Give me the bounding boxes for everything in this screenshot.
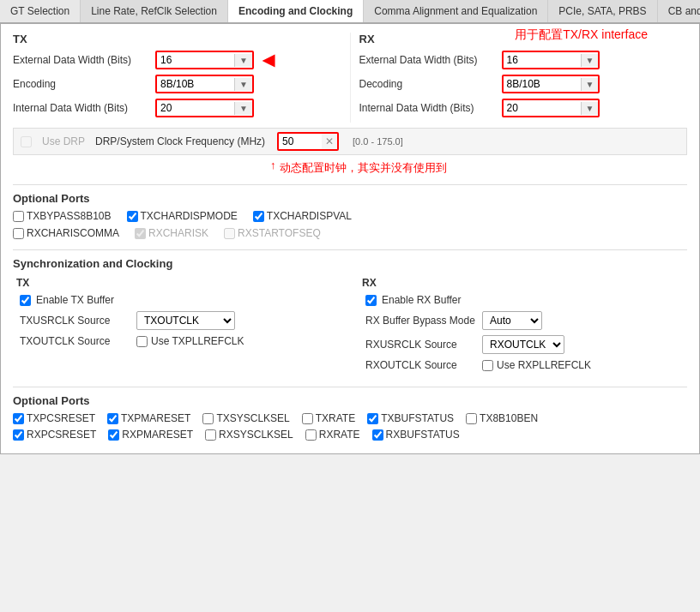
- enable-tx-buffer-checkbox[interactable]: [20, 295, 31, 306]
- tab-encoding-clocking[interactable]: Encoding and Clocking: [228, 0, 364, 24]
- rxrate-item: RXRATE: [305, 429, 360, 441]
- txchardispval-label: TXCHARDISPVAL: [267, 210, 352, 222]
- txbufstatus-label: TXBUFSTATUS: [381, 412, 454, 424]
- rx-ext-data-width-input[interactable]: [504, 52, 581, 68]
- optional-ports-bottom: Optional Ports TXPCSRESET TXPMARESET TXS…: [13, 387, 687, 441]
- txrate-checkbox[interactable]: [302, 413, 313, 424]
- rxcharisk-label: RXCHARISK: [148, 227, 208, 239]
- tx-encoding-input[interactable]: [157, 76, 234, 92]
- sync-clocking-section: Synchronization and Clocking TX Enable T…: [13, 249, 687, 376]
- tx-encoding-arrow[interactable]: ▼: [234, 78, 252, 91]
- drp-freq-input-wrap: ✕: [277, 132, 339, 151]
- tab-comma-alignment[interactable]: Comma Alignment and Equalization: [364, 0, 548, 22]
- optional-ports-top: Optional Ports TXBYPASS8B10B TXCHARDISPM…: [13, 184, 687, 239]
- tx-int-data-width-input[interactable]: [157, 100, 234, 116]
- tx-int-data-width-arrow[interactable]: ▼: [234, 102, 252, 115]
- txbypass8b10b-checkbox[interactable]: [13, 211, 24, 222]
- use-txpllrefclk-checkbox[interactable]: [136, 336, 148, 347]
- txrate-item: TXRATE: [302, 412, 355, 424]
- use-rxpllrefclk-wrap: Use RXPLLREFCLK: [482, 359, 591, 371]
- rxpmareset-label: RXPMARESET: [122, 429, 193, 441]
- txsysclksel-label: TXSYSCLKSEL: [216, 412, 289, 424]
- use-drp-label: Use DRP: [42, 135, 85, 147]
- drp-freq-label: DRP/System Clock Frequency (MHz): [95, 135, 265, 147]
- rx-buffer-bypass-row: RX Buffer Bypass Mode Auto Manual Off: [359, 311, 687, 330]
- rx-label: RX: [359, 33, 688, 45]
- rxchariscomma-checkbox[interactable]: [13, 228, 24, 239]
- rx-int-data-width-input[interactable]: [504, 100, 581, 116]
- txoutclk-source-row: TXOUTCLK Source Use TXPLLREFCLK: [13, 335, 341, 347]
- rxpcsreset-checkbox[interactable]: [13, 429, 24, 441]
- rx-buffer-bypass-select[interactable]: Auto Manual Off: [482, 311, 542, 330]
- txbypass8b10b-item: TXBYPASS8B10B: [13, 210, 112, 222]
- enable-rx-buffer-checkbox[interactable]: [365, 295, 377, 306]
- rxcharisk-checkbox[interactable]: [135, 228, 146, 239]
- use-txpllrefclk-label: Use TXPLLREFCLK: [151, 335, 244, 347]
- tx-section: TX External Data Width (Bits) ▼ ◀ Encodi…: [13, 33, 350, 123]
- rx-int-data-width-arrow[interactable]: ▼: [581, 102, 599, 115]
- optional-ports-bottom-title: Optional Ports: [13, 394, 687, 407]
- rx-section: RX External Data Width (Bits) ▼ Decoding…: [350, 33, 688, 123]
- optional-ports-row1: TXBYPASS8B10B TXCHARDISPMODE TXCHARDISPV…: [13, 210, 687, 222]
- txpcsreset-label: TXPCSRESET: [27, 412, 95, 424]
- tab-line-rate[interactable]: Line Rate, RefClk Selection: [81, 0, 228, 22]
- rx-ext-data-width-arrow[interactable]: ▼: [581, 54, 599, 67]
- txchardispmode-checkbox[interactable]: [127, 211, 138, 222]
- txsysclksel-item: TXSYSCLKSEL: [202, 412, 289, 424]
- rx-decoding-input-wrap: ▼: [502, 75, 600, 93]
- rx-decoding-label: Decoding: [359, 78, 497, 90]
- use-drp-checkbox[interactable]: [21, 136, 32, 147]
- txusrclk-source-select[interactable]: TXOUTCLK RXOUTCLK TXPLLREFCLK: [136, 311, 235, 330]
- rx-decoding-arrow[interactable]: ▼: [581, 78, 599, 91]
- rx-decoding-input[interactable]: [504, 76, 581, 92]
- sync-rx-label: RX: [359, 277, 687, 289]
- txusrclk-source-label: TXUSRCLK Source: [20, 315, 131, 327]
- tx-int-data-width-input-wrap: ▼: [155, 99, 254, 117]
- rxpmareset-checkbox[interactable]: [108, 429, 119, 441]
- tx-ext-data-width-row: External Data Width (Bits) ▼ ◀: [13, 51, 341, 69]
- use-rxpllrefclk-checkbox[interactable]: [482, 360, 493, 371]
- rxrate-checkbox[interactable]: [305, 429, 317, 441]
- txpmareset-item: TXPMARESET: [107, 412, 190, 424]
- drp-freq-input[interactable]: [279, 134, 322, 149]
- enable-rx-buffer-label: Enable RX Buffer: [382, 294, 462, 306]
- use-txpllrefclk-wrap: Use TXPLLREFCLK: [136, 335, 244, 347]
- tx-encoding-label: Encoding: [13, 78, 150, 90]
- tx-label: TX: [13, 33, 341, 45]
- tx-encoding-row: Encoding ▼: [13, 75, 341, 93]
- txbufstatus-checkbox[interactable]: [367, 413, 378, 424]
- rxoutclk-source-label: RXOUTCLK Source: [365, 359, 477, 371]
- txpmareset-checkbox[interactable]: [107, 413, 118, 424]
- rxoutclk-source-row: RXOUTCLK Source Use RXPLLREFCLK: [359, 359, 687, 371]
- rxbufstatus-checkbox[interactable]: [372, 429, 383, 441]
- tx-ext-data-width-label: External Data Width (Bits): [13, 54, 150, 66]
- tab-cb-and[interactable]: CB and: [658, 0, 700, 22]
- rxstartofseq-checkbox[interactable]: [224, 228, 235, 239]
- txusrclk-source-row: TXUSRCLK Source TXOUTCLK RXOUTCLK TXPLLR…: [13, 311, 341, 330]
- tab-gt-selection[interactable]: GT Selection: [0, 0, 81, 22]
- sync-tx-block: TX Enable TX Buffer TXUSRCLK Source TXOU…: [13, 277, 341, 376]
- tx8b10ben-label: TX8B10BEN: [480, 412, 538, 424]
- tx-ext-data-width-arrow[interactable]: ▼: [234, 54, 252, 67]
- opt-bottom-row2: RXPCSRESET RXPMARESET RXSYSCLKSEL RXRATE…: [13, 429, 687, 441]
- sync-tx-rx-row: TX Enable TX Buffer TXUSRCLK Source TXOU…: [13, 277, 687, 376]
- txsysclksel-checkbox[interactable]: [202, 413, 214, 424]
- tx-ext-data-width-input[interactable]: [157, 52, 234, 68]
- drp-row: Use DRP DRP/System Clock Frequency (MHz)…: [13, 128, 687, 155]
- tx8b10ben-checkbox[interactable]: [466, 413, 477, 424]
- rxsysclksel-item: RXSYSCLKSEL: [205, 429, 293, 441]
- drp-clear-button[interactable]: ✕: [322, 134, 337, 149]
- txpcsreset-checkbox[interactable]: [13, 413, 24, 424]
- rx-ext-data-width-label: External Data Width (Bits): [359, 54, 497, 66]
- main-content: 用于配置TX/RX interface TX External Data Wid…: [0, 24, 700, 454]
- txpmareset-label: TXPMARESET: [121, 412, 190, 424]
- rxstartofseq-item: RXSTARTOFSEQ: [224, 227, 321, 239]
- txchardispval-item: TXCHARDISPVAL: [253, 210, 352, 222]
- txchardispval-checkbox[interactable]: [253, 211, 264, 222]
- rxusrclk-source-select[interactable]: RXOUTCLK TXOUTCLK: [482, 335, 564, 354]
- tx-rx-container: TX External Data Width (Bits) ▼ ◀ Encodi…: [13, 33, 687, 123]
- tab-pcie-sata[interactable]: PCIe, SATA, PRBS: [548, 0, 657, 22]
- rxsysclksel-checkbox[interactable]: [205, 429, 216, 441]
- sync-rx-block: RX Enable RX Buffer RX Buffer Bypass Mod…: [359, 277, 687, 376]
- rxusrclk-source-row: RXUSRCLK Source RXOUTCLK TXOUTCLK: [359, 335, 687, 354]
